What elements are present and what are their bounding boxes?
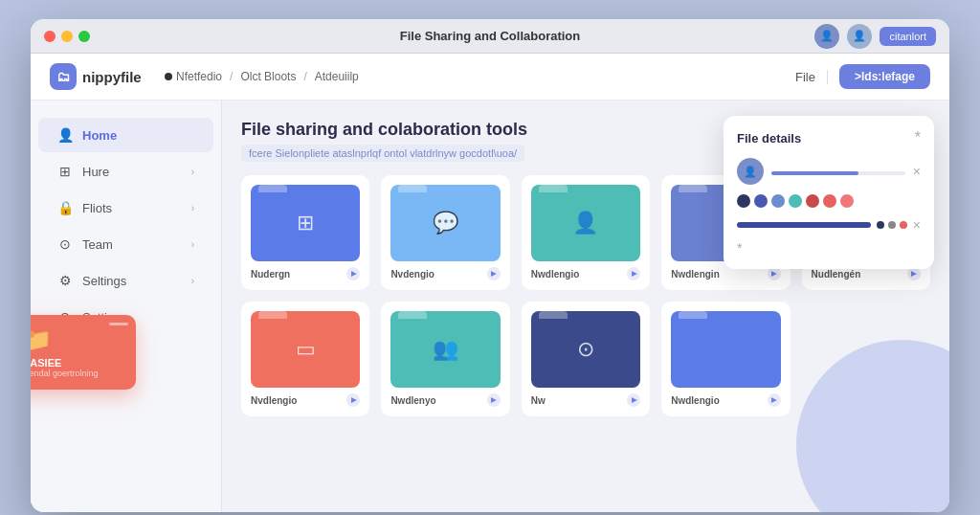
main-layout: 👤 Home ⊞ Hure › 🔒 Fliots › ⊙ Team › ⚙ Se… <box>31 101 949 512</box>
sidebar-item-files[interactable]: 🔒 Fliots › <box>38 190 213 225</box>
crumb-label-2: Olct Bloots <box>240 70 296 83</box>
panel-close-btn[interactable]: * <box>915 129 921 146</box>
minimize-traffic-light[interactable] <box>61 31 73 42</box>
color-dot-2[interactable] <box>771 194 785 208</box>
breadcrumb-item-1[interactable]: Nfetfedio <box>165 70 222 83</box>
folder-item-r2-0[interactable]: ▭ Nvdlengio ▶ <box>241 302 369 416</box>
folder-handle <box>109 323 128 325</box>
folder-play-r2-1[interactable]: ▶ <box>487 393 501 407</box>
close-traffic-light[interactable] <box>44 31 56 42</box>
panel-row-close-2[interactable]: × <box>913 217 921 233</box>
folder-play-r2-0[interactable]: ▶ <box>346 393 360 407</box>
hub-arrow-icon: › <box>191 167 194 177</box>
sidebar-item-home[interactable]: 👤 Home <box>38 118 213 152</box>
title-avatar-2: 👤 <box>847 24 872 49</box>
crumb-dot <box>165 73 172 80</box>
crumb-label-3: Atdeuiilp <box>315 70 359 83</box>
files-icon: 🔒 <box>57 200 73 215</box>
hub-icon: ⊞ <box>57 164 73 179</box>
folder-item-0[interactable]: ⊞ Nudergn ▶ <box>241 175 369 290</box>
panel-user-row: 👤 × <box>737 158 921 185</box>
panel-color-palette <box>737 194 921 208</box>
sidebar-label-home: Home <box>82 128 194 143</box>
panel-header: File details * <box>737 129 921 146</box>
file-menu-btn[interactable]: File <box>795 70 828 84</box>
file-details-panel: File details * 👤 × <box>724 116 934 269</box>
folder-item-r2-1[interactable]: 👥 Nwdlenyo ▶ <box>381 302 509 416</box>
nav-right: File >Ids:lefage <box>795 64 930 89</box>
folder-tab-1 <box>398 185 427 192</box>
folder-name-3: Nwdlengin ▶ <box>671 267 780 280</box>
folder-tab-r2-1 <box>398 311 427 319</box>
title-right-controls: 👤 👤 citanlort <box>814 24 936 49</box>
floating-folder-card: 📁 EASIEE Nendal goertrolning <box>31 315 136 390</box>
folder-item-2[interactable]: 👤 Nwdlengio ▶ <box>522 175 650 290</box>
team-arrow-icon: › <box>191 239 194 250</box>
app-window: File Sharing and Collaboration 👤 👤 citan… <box>31 19 949 512</box>
panel-progress-bar-2 <box>737 222 871 228</box>
folder-name-4: Nudlengén ▶ <box>812 267 921 280</box>
folder-icon-r2-1: 👥 <box>433 337 458 362</box>
bar-dot-0 <box>877 221 884 229</box>
folder-name-r2-1: Nwdlenyo ▶ <box>390 393 500 407</box>
folder-card-r2-3 <box>671 311 780 388</box>
folder-play-1[interactable]: ▶ <box>487 267 501 280</box>
color-dot-4[interactable] <box>806 194 819 208</box>
folder-play-0[interactable]: ▶ <box>346 267 360 280</box>
folder-name-1: Nvdengio ▶ <box>390 267 500 280</box>
files-arrow-icon: › <box>191 203 194 213</box>
panel-dot-indicator: * <box>737 240 921 256</box>
color-dot-6[interactable] <box>840 194 854 208</box>
folder-play-3[interactable]: ▶ <box>768 267 781 280</box>
folder-name-r2-2: Nw ▶ <box>531 393 640 407</box>
navbar: 🗂 nippyfile Nfetfedio / Olct Bloots / At… <box>31 54 949 101</box>
window-title: File Sharing and Collaboration <box>400 29 581 43</box>
sidebar-item-hub[interactable]: ⊞ Hure › <box>38 154 213 189</box>
sidebar-label-settings1: Seltings <box>82 274 182 288</box>
content-subtitle: fcere Sielonpliete ataslnprlqf ontol vla… <box>241 145 524 162</box>
nav-action-button[interactable]: >Ids:lefage <box>839 64 930 89</box>
color-dot-3[interactable] <box>789 194 802 208</box>
folder-item-r2-2[interactable]: ⊙ Nw ▶ <box>522 302 650 416</box>
folder-play-4[interactable]: ▶ <box>907 267 921 280</box>
crumb-label-1: Nfetfedio <box>176 70 222 83</box>
content-area: File sharing and colaboration tools fcer… <box>222 101 949 512</box>
folder-tab-r2-2 <box>539 311 568 319</box>
color-dot-0[interactable] <box>737 194 750 208</box>
folder-tab-0 <box>258 185 287 192</box>
title-bar: File Sharing and Collaboration 👤 👤 citan… <box>31 19 949 54</box>
title-action-btn[interactable]: citanlort <box>880 27 936 46</box>
folder-item-r2-3[interactable]: Nwdlengio ▶ <box>661 302 790 416</box>
folder-item-1[interactable]: 💬 Nvdengio ▶ <box>381 175 509 290</box>
maximize-traffic-light[interactable] <box>78 31 90 42</box>
panel-title: File details <box>737 131 801 146</box>
logo-icon: 🗂 <box>50 63 77 90</box>
folder-play-r2-3[interactable]: ▶ <box>768 393 781 407</box>
panel-progress-bar <box>771 171 905 175</box>
folder-icon-2: 👤 <box>572 211 598 235</box>
folder-tab-3 <box>679 185 707 192</box>
floating-folder-icon: 📁 <box>31 326 124 353</box>
breadcrumb-sep-1: / <box>230 70 233 83</box>
folder-play-2[interactable]: ▶ <box>627 267 640 280</box>
panel-row-close-1[interactable]: × <box>913 164 921 179</box>
folder-icon-r2-0: ▭ <box>296 337 316 362</box>
sidebar-label-files: Fliots <box>82 201 182 215</box>
folder-tab-r2-3 <box>679 311 707 319</box>
sidebar-item-team[interactable]: ⊙ Team › <box>38 227 213 261</box>
folder-play-r2-2[interactable]: ▶ <box>627 393 640 407</box>
folder-card-r2-1: 👥 <box>390 311 500 388</box>
color-dot-5[interactable] <box>823 194 836 208</box>
folder-card-2: 👤 <box>531 185 640 261</box>
title-avatar: 👤 <box>814 24 839 49</box>
breadcrumb-item-2[interactable]: Olct Bloots <box>240 70 296 83</box>
breadcrumb-item-3[interactable]: Atdeuiilp <box>315 70 359 83</box>
panel-user-info <box>771 168 905 175</box>
floating-folder-name: EASIEE <box>31 357 124 369</box>
sidebar-item-settings1[interactable]: ⚙ Seltings › <box>38 263 213 298</box>
panel-bar-dots <box>877 221 907 229</box>
panel-bar-row: × <box>737 217 921 233</box>
color-dot-1[interactable] <box>754 194 768 208</box>
sidebar-label-hub: Hure <box>82 165 182 179</box>
panel-user-avatar: 👤 <box>737 158 764 185</box>
